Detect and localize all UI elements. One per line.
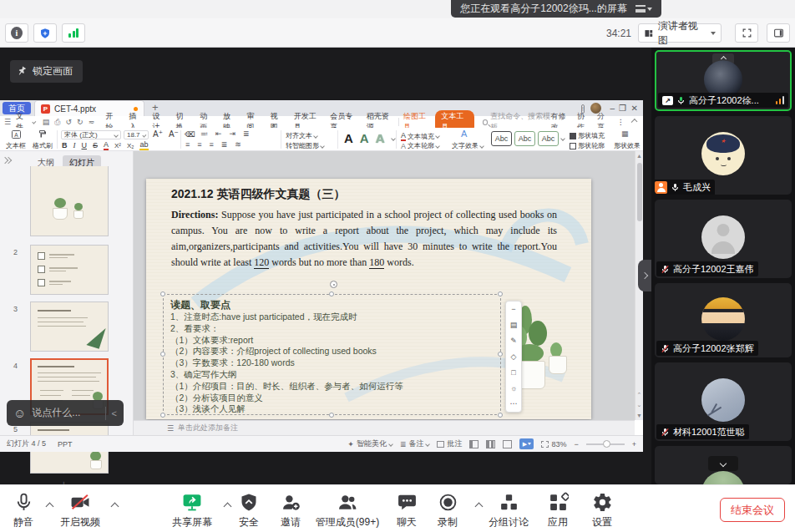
prev-slide-icon[interactable]: ⌃ [635,392,643,398]
more-icon[interactable]: ⋮ [617,118,625,126]
start-video-button[interactable]: 开启视频 [52,491,109,529]
floating-object-toolbar[interactable]: − ▤ ✎ ◇ □ ☼ ⋯ [505,301,522,413]
text-style-gallery[interactable]: Abc Abc Abc [491,131,565,146]
participant-tile[interactable]: 材科12001范世聪 [655,362,792,441]
resize-handle[interactable] [498,352,503,357]
emoji-icon[interactable]: ☺ [13,407,26,419]
mute-button[interactable]: 静音 [2,491,45,529]
print-icon[interactable]: ⎙ [54,118,60,127]
quick-chat-bar[interactable]: ☺ 说点什么... < [7,400,124,426]
record-button[interactable]: 录制 [424,491,471,529]
zoom-slider[interactable] [586,443,625,445]
redo-icon[interactable]: ↻ [77,118,84,126]
manage-members-button[interactable]: 管理成员(99+) [307,491,387,529]
chat-input-placeholder[interactable]: 说点什么... [32,406,99,420]
resize-handle[interactable] [498,291,503,296]
next-slide-icon[interactable]: ⌄ [635,402,643,408]
sidebar-collapse-handle[interactable] [638,260,651,291]
save-icon[interactable]: ▤ [43,118,50,126]
align-tools-group[interactable]: ≡≡≡≣≋ [185,140,241,149]
slide-thumbnail-3[interactable] [30,301,109,352]
slide[interactable]: 2021.12 英语四级作文真题（三） Directions: Suppose … [146,179,591,419]
beautify-button[interactable]: ✦智能美化 [347,438,392,449]
superscript-button[interactable]: X² [114,142,121,149]
normal-view-icon[interactable] [469,440,479,448]
collapse-ribbon-icon[interactable] [630,119,637,125]
format-painter-tool[interactable]: 格式刷 [31,129,54,150]
resize-handle[interactable] [329,291,334,296]
apps-button[interactable]: 应用 [533,491,583,529]
smart-graphic-tool[interactable]: 转智能图形 [286,141,324,150]
invite-button[interactable]: 邀请 [269,491,312,529]
resize-handle[interactable] [498,413,503,418]
scroll-down-participants-button[interactable] [708,456,738,471]
participant-tile[interactable]: 高分子12002王嘉伟 [655,200,792,278]
shape-icon[interactable]: ◇ [511,352,517,361]
undo-icon[interactable]: ↺ [66,118,73,126]
slide-thumbnail-2[interactable] [30,245,109,295]
text-effect-tool[interactable]: 文字效果 [452,141,484,150]
zoom-out-icon[interactable]: − [574,440,578,448]
align-text-tool[interactable]: 对齐文本 [286,131,317,140]
slide-notes-textbox[interactable]: 读题、取要点 1、注意时态:have just participated，现在完… [163,294,501,415]
underline-button[interactable]: U [82,141,88,149]
rotate-handle[interactable] [330,281,337,288]
scroll-up-icon[interactable]: ▲ [635,153,643,159]
subscript-button[interactable]: X₂ [127,142,134,149]
quick-access-toolbar[interactable]: ▤ ⎙ ↺ ↻ ≂ [43,118,94,127]
sidebar-toggle-button[interactable] [767,23,790,43]
slideshow-play-button[interactable]: ▶ [519,438,534,449]
collapse-icon[interactable]: − [511,305,515,313]
slide-thumbnail-1[interactable] [30,166,109,236]
font-size-select[interactable]: 18.7 [124,130,149,139]
edit-pencil-icon[interactable]: ✎ [510,337,517,345]
participant-tile-partial[interactable] [655,446,792,484]
sorter-view-icon[interactable] [486,440,495,448]
wordart-gallery[interactable]: A A A [344,132,395,144]
resize-handle[interactable] [329,413,334,418]
zoom-in-icon[interactable]: + [632,440,636,448]
security-shield-button[interactable] [33,23,57,43]
text-box-tool[interactable]: A 文本框 [3,129,28,150]
scrollbar-thumb[interactable] [637,163,642,221]
meeting-info-button[interactable]: i [5,23,28,43]
participant-tile[interactable]: 高分子12002张郑辉 [655,283,792,357]
video-options-caret[interactable] [111,503,119,511]
comments-button[interactable]: 批注 [437,438,462,449]
collapse-chat-icon[interactable]: < [112,408,117,418]
bold-button[interactable]: B [62,141,68,149]
more-commands-icon[interactable]: ≂ [89,118,95,126]
share-screen-button[interactable]: 共享屏幕 [164,491,220,529]
scroll-down-icon[interactable]: ▼ [635,413,643,418]
font-style-group[interactable]: B I U S A X² X₂ ab [62,140,149,150]
zoom-fit-button[interactable]: 83% [541,440,566,448]
speaker-notes-button[interactable]: ≣备注 [400,438,430,449]
notes-hint-strip[interactable]: ☰ 单击此处添加备注 [134,420,635,435]
resize-handle[interactable] [160,352,165,357]
end-meeting-button[interactable]: 结束会议 [720,498,785,522]
banner-menu-icon[interactable] [635,5,652,13]
shape-outline-tool[interactable]: 形状轮廓 [570,141,605,150]
watching-banner[interactable]: 您正在观看高分子12002徐玛...的屏幕 [451,0,661,18]
strikethrough-button[interactable]: S [93,141,98,149]
italic-button[interactable]: I [73,141,76,149]
participant-tile-sharer[interactable]: ↗ 高分子12002徐... [655,50,792,111]
highlight-button[interactable]: ab [139,140,148,150]
breakout-rooms-button[interactable]: 分组讨论 [482,491,535,529]
resize-handle[interactable] [160,291,165,296]
text-outline-tool[interactable]: A文本轮廓 [401,141,439,150]
network-status-button[interactable] [62,23,85,43]
idea-icon[interactable]: ☼ [510,384,517,393]
layers-icon[interactable]: ▤ [510,321,518,329]
text-fill-tool[interactable]: A文本填充 [401,131,439,141]
settings-button[interactable]: 设置 [577,491,627,529]
shape-effect-tool[interactable]: 形状效果 [614,141,641,150]
ellipsis-icon[interactable]: ⋯ [510,399,518,408]
reading-view-icon[interactable] [503,440,512,448]
view-mode-button[interactable]: 演讲者视图 [638,23,722,43]
font-color-button[interactable]: A [104,140,109,150]
pin-view-button[interactable]: 锁定画面 [10,60,83,83]
font-name-select[interactable]: 宋体 (正文) [61,130,121,139]
chat-button[interactable]: 聊天 [383,491,430,529]
resize-handle[interactable] [160,413,165,418]
